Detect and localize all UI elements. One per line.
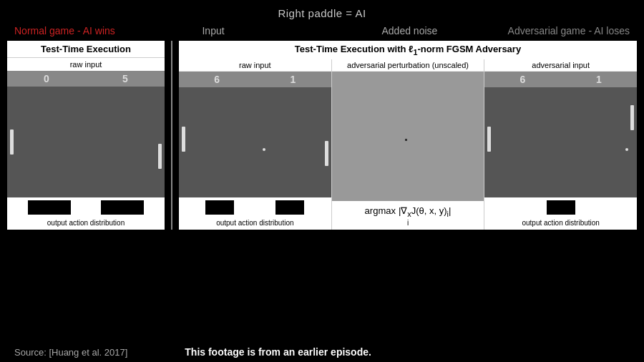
right-col1-bar-2 (275, 200, 304, 215)
right-panel-title-text: Test-Time Execution with ℓ1-norm FGSM Ad… (295, 44, 521, 54)
left-panel-sub: raw input (7, 58, 165, 71)
right-col1-paddle-r (325, 141, 328, 166)
right-col1-ball (263, 148, 265, 151)
separator-1 (171, 41, 172, 230)
top-label: Right paddle = AI (0, 0, 644, 19)
left-action-dist (7, 197, 165, 217)
right-col3-screen (484, 87, 637, 197)
right-col3-ball (625, 148, 628, 151)
right-col3-paddle-l (487, 127, 491, 152)
left-action-label: output action distribution (7, 217, 165, 230)
episode-text: This footage is from an earlier episode. (185, 346, 371, 358)
formula-row: argmax |∇xJ(θ, x, y)i| (365, 205, 452, 218)
adversarial-label: Adversarial game - AI loses (508, 25, 630, 36)
right-col3-action-dist (484, 197, 637, 217)
main-content: Test-Time Execution raw input 0 5 output… (7, 41, 637, 230)
left-panel-title: Test-Time Execution (7, 41, 165, 58)
source-text: Source: [Huang et al. 2017] (14, 347, 127, 358)
right-col1-label: raw input (179, 59, 331, 72)
left-panel: Test-Time Execution raw input 0 5 output… (7, 41, 165, 230)
right-col-1: raw input 6 1 output action distribution (179, 59, 332, 230)
right-col-2: adversarial perturbation (unscaled) argm… (332, 59, 485, 230)
right-col3-action-label: output action distribution (484, 217, 637, 230)
right-col1-action-label: output action distribution (179, 217, 331, 230)
right-col1-bar-1 (205, 200, 234, 215)
right-col3-paddle-r (630, 105, 634, 130)
formula-body: |∇xJ(θ, x, y)i| (399, 205, 451, 218)
section-labels-row: Normal game - AI wins Input Added noise … (0, 19, 644, 39)
right-panel-title: Test-Time Execution with ℓ1-norm FGSM Ad… (179, 41, 637, 59)
bottom-bar: Source: [Huang et al. 2017] This footage… (0, 342, 644, 362)
right-col1-score-l: 6 (214, 74, 220, 85)
right-col-3: adversarial input 6 1 output action dist… (484, 59, 637, 230)
right-col2-label: adversarial perturbation (unscaled) (332, 59, 484, 72)
right-panel: Test-Time Execution with ℓ1-norm FGSM Ad… (179, 41, 637, 230)
noise-dot (405, 139, 407, 141)
left-score-bar: 0 5 (7, 71, 165, 87)
right-col1-score-r: 1 (291, 74, 296, 85)
noise-label: Added noise (311, 25, 507, 36)
right-col3-score-l: 6 (520, 74, 526, 85)
top-label-text: Right paddle = AI (278, 7, 366, 19)
right-col1-screen (179, 87, 331, 197)
right-panel-inner: raw input 6 1 output action distribution (179, 59, 637, 230)
normal-game-label: Normal game - AI wins (14, 25, 115, 36)
right-col3-bar-1 (547, 200, 575, 215)
right-col2-screen (332, 72, 484, 202)
left-action-bar-1 (28, 200, 71, 215)
left-game-screen (7, 87, 165, 197)
formula-subscript: i (407, 219, 409, 227)
right-col3-score: 6 1 (484, 72, 637, 87)
right-col3-score-r: 1 (596, 74, 602, 85)
left-action-bar-2 (101, 200, 144, 215)
left-paddle-right (158, 144, 162, 169)
right-col1-action-dist (179, 197, 331, 217)
left-score-left: 0 (44, 73, 49, 84)
left-paddle-left (10, 129, 14, 155)
right-col3-label: adversarial input (484, 59, 637, 72)
input-label: Input (115, 25, 311, 36)
right-col2-formula: argmax |∇xJ(θ, x, y)i| i (332, 201, 484, 230)
left-score-right: 5 (122, 73, 128, 84)
formula-argmax: argmax (365, 205, 396, 216)
right-col1-score: 6 1 (179, 72, 331, 87)
right-col1-paddle-l (182, 127, 185, 152)
